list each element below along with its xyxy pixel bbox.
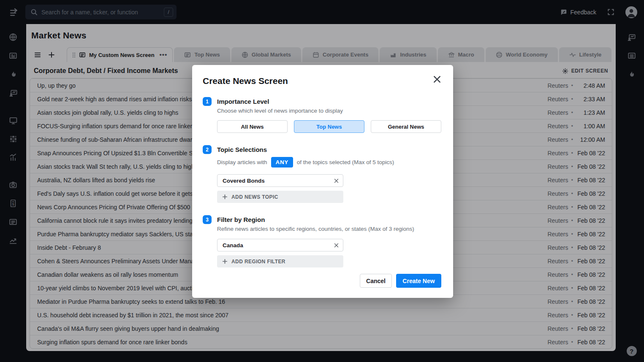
step-description-suffix: of the topics selected (Max of 5 topics) xyxy=(297,159,394,165)
general-news-button[interactable]: General News xyxy=(371,120,441,133)
step-number-badge: 3 xyxy=(203,215,212,224)
top-news-button[interactable]: Top News xyxy=(294,120,364,133)
all-news-button[interactable]: All News xyxy=(217,120,288,133)
clear-topic-icon[interactable] xyxy=(333,177,340,184)
create-news-screen-modal: Create News Screen 1 Importance Level Ch… xyxy=(192,65,453,298)
match-mode-badge[interactable]: ANY xyxy=(271,157,293,167)
region-input[interactable] xyxy=(217,239,343,251)
add-region-filter-label: ADD REGION FILTER xyxy=(231,259,285,265)
step-title: Filter by Region xyxy=(217,215,441,224)
step-topic-selections: 2 Topic Selections Display articles with… xyxy=(203,145,441,203)
clear-region-icon[interactable] xyxy=(333,242,340,249)
step-number-badge: 1 xyxy=(203,97,212,106)
step-filter-by-region: 3 Filter by Region Refine news articles … xyxy=(203,215,441,267)
step-title: Importance Level xyxy=(217,97,441,106)
plus-icon xyxy=(222,194,228,200)
step-description: Choose which level of news importance to… xyxy=(217,108,441,114)
step-title: Topic Selections xyxy=(217,145,441,154)
topic-input[interactable] xyxy=(217,174,343,187)
step-description: Refine news articles to specific regions… xyxy=(217,226,441,232)
add-news-topic-label: ADD NEWS TOPIC xyxy=(231,194,278,200)
modal-title: Create News Screen xyxy=(203,76,441,86)
plus-icon xyxy=(222,259,228,264)
close-icon[interactable] xyxy=(432,74,442,84)
step-description-prefix: Display articles with xyxy=(217,159,267,165)
create-new-button[interactable]: Create New xyxy=(396,274,441,288)
step-number-badge: 2 xyxy=(203,145,212,154)
add-news-topic-button[interactable]: ADD NEWS TOPIC xyxy=(217,191,343,203)
step-importance-level: 1 Importance Level Choose which level of… xyxy=(203,97,441,133)
cancel-button[interactable]: Cancel xyxy=(360,274,392,288)
add-region-filter-button[interactable]: ADD REGION FILTER xyxy=(217,255,343,267)
